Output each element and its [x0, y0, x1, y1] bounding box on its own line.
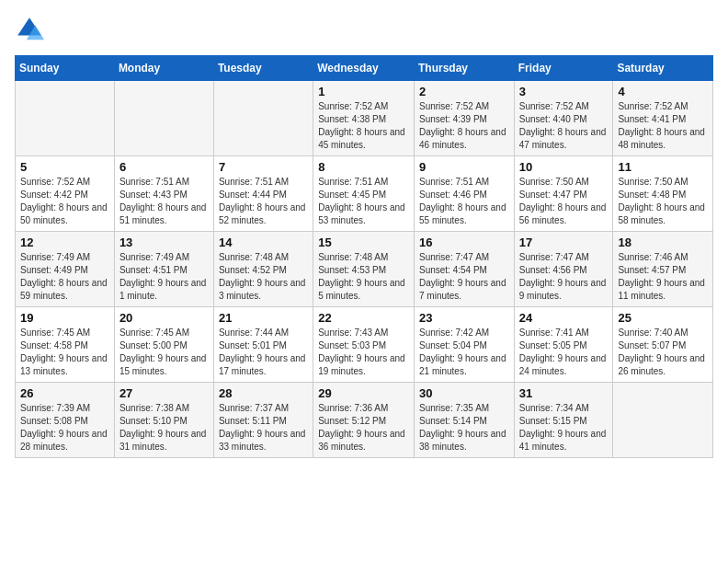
day-number: 24 [519, 311, 609, 325]
day-number: 26 [20, 386, 109, 400]
calendar-header: SundayMondayTuesdayWednesdayThursdayFrid… [16, 56, 713, 81]
day-cell: 20Sunrise: 7:45 AM Sunset: 5:00 PM Dayli… [114, 307, 213, 383]
week-row-4: 19Sunrise: 7:45 AM Sunset: 4:58 PM Dayli… [16, 307, 713, 383]
day-number: 2 [419, 85, 509, 98]
header-cell-monday: Monday [114, 56, 213, 81]
day-number: 21 [219, 311, 308, 325]
header-cell-wednesday: Wednesday [313, 56, 415, 81]
calendar-body: 1Sunrise: 7:52 AM Sunset: 4:38 PM Daylig… [16, 81, 713, 458]
day-info: Sunrise: 7:49 AM Sunset: 4:49 PM Dayligh… [20, 251, 109, 303]
day-cell: 8Sunrise: 7:51 AM Sunset: 4:45 PM Daylig… [313, 156, 415, 232]
day-number: 10 [519, 160, 609, 174]
day-cell: 13Sunrise: 7:49 AM Sunset: 4:51 PM Dayli… [114, 232, 213, 307]
day-info: Sunrise: 7:52 AM Sunset: 4:40 PM Dayligh… [519, 100, 609, 152]
day-info: Sunrise: 7:51 AM Sunset: 4:43 PM Dayligh… [119, 176, 209, 227]
day-cell: 2Sunrise: 7:52 AM Sunset: 4:39 PM Daylig… [414, 81, 514, 156]
day-cell: 12Sunrise: 7:49 AM Sunset: 4:49 PM Dayli… [16, 232, 115, 307]
header-cell-friday: Friday [514, 56, 613, 81]
day-number: 23 [419, 311, 509, 325]
day-number: 17 [519, 236, 609, 249]
day-number: 1 [318, 85, 409, 98]
day-cell: 9Sunrise: 7:51 AM Sunset: 4:46 PM Daylig… [414, 156, 514, 232]
day-info: Sunrise: 7:51 AM Sunset: 4:46 PM Dayligh… [419, 176, 509, 227]
day-number: 30 [419, 386, 509, 400]
header-cell-thursday: Thursday [414, 56, 514, 81]
day-number: 9 [419, 160, 509, 174]
header-cell-saturday: Saturday [613, 56, 713, 81]
day-number: 4 [618, 85, 708, 98]
day-cell: 24Sunrise: 7:41 AM Sunset: 5:05 PM Dayli… [514, 307, 613, 383]
day-info: Sunrise: 7:48 AM Sunset: 4:53 PM Dayligh… [318, 251, 409, 303]
day-number: 22 [318, 311, 409, 325]
day-number: 29 [318, 386, 409, 400]
day-number: 7 [219, 160, 308, 174]
day-number: 14 [219, 236, 308, 249]
day-info: Sunrise: 7:45 AM Sunset: 4:58 PM Dayligh… [20, 327, 109, 378]
header-row: SundayMondayTuesdayWednesdayThursdayFrid… [16, 56, 713, 81]
day-cell: 15Sunrise: 7:48 AM Sunset: 4:53 PM Dayli… [313, 232, 415, 307]
week-row-2: 5Sunrise: 7:52 AM Sunset: 4:42 PM Daylig… [16, 156, 713, 232]
day-info: Sunrise: 7:35 AM Sunset: 5:14 PM Dayligh… [419, 402, 509, 454]
week-row-5: 26Sunrise: 7:39 AM Sunset: 5:08 PM Dayli… [16, 383, 713, 458]
day-number: 5 [20, 160, 109, 174]
day-cell: 10Sunrise: 7:50 AM Sunset: 4:47 PM Dayli… [514, 156, 613, 232]
day-info: Sunrise: 7:40 AM Sunset: 5:07 PM Dayligh… [618, 327, 708, 378]
day-info: Sunrise: 7:50 AM Sunset: 4:47 PM Dayligh… [519, 176, 609, 227]
header-cell-sunday: Sunday [16, 56, 115, 81]
week-row-1: 1Sunrise: 7:52 AM Sunset: 4:38 PM Daylig… [16, 81, 713, 156]
day-cell: 4Sunrise: 7:52 AM Sunset: 4:41 PM Daylig… [613, 81, 713, 156]
day-number: 3 [519, 85, 609, 98]
day-number: 6 [119, 160, 209, 174]
day-cell: 21Sunrise: 7:44 AM Sunset: 5:01 PM Dayli… [213, 307, 313, 383]
day-cell: 5Sunrise: 7:52 AM Sunset: 4:42 PM Daylig… [16, 156, 115, 232]
day-cell: 17Sunrise: 7:47 AM Sunset: 4:56 PM Dayli… [514, 232, 613, 307]
day-info: Sunrise: 7:38 AM Sunset: 5:10 PM Dayligh… [119, 402, 209, 454]
day-info: Sunrise: 7:34 AM Sunset: 5:15 PM Dayligh… [519, 402, 609, 454]
day-info: Sunrise: 7:48 AM Sunset: 4:52 PM Dayligh… [219, 251, 308, 303]
day-cell: 23Sunrise: 7:42 AM Sunset: 5:04 PM Dayli… [414, 307, 514, 383]
day-info: Sunrise: 7:44 AM Sunset: 5:01 PM Dayligh… [219, 327, 308, 378]
day-info: Sunrise: 7:41 AM Sunset: 5:05 PM Dayligh… [519, 327, 609, 378]
calendar-table: SundayMondayTuesdayWednesdayThursdayFrid… [15, 55, 713, 458]
day-info: Sunrise: 7:51 AM Sunset: 4:45 PM Dayligh… [318, 176, 409, 227]
page-container: SundayMondayTuesdayWednesdayThursdayFrid… [0, 0, 728, 465]
day-number: 20 [119, 311, 209, 325]
day-cell: 18Sunrise: 7:46 AM Sunset: 4:57 PM Dayli… [613, 232, 713, 307]
header [15, 15, 713, 44]
day-info: Sunrise: 7:47 AM Sunset: 4:54 PM Dayligh… [419, 251, 509, 303]
day-info: Sunrise: 7:51 AM Sunset: 4:44 PM Dayligh… [219, 176, 308, 227]
day-info: Sunrise: 7:50 AM Sunset: 4:48 PM Dayligh… [618, 176, 708, 227]
day-info: Sunrise: 7:52 AM Sunset: 4:38 PM Dayligh… [318, 100, 409, 152]
day-info: Sunrise: 7:45 AM Sunset: 5:00 PM Dayligh… [119, 327, 209, 378]
day-cell: 1Sunrise: 7:52 AM Sunset: 4:38 PM Daylig… [313, 81, 415, 156]
day-cell: 31Sunrise: 7:34 AM Sunset: 5:15 PM Dayli… [514, 383, 613, 458]
day-cell: 11Sunrise: 7:50 AM Sunset: 4:48 PM Dayli… [613, 156, 713, 232]
day-cell [114, 81, 213, 156]
day-number: 12 [20, 236, 109, 249]
day-info: Sunrise: 7:52 AM Sunset: 4:42 PM Dayligh… [20, 176, 109, 227]
day-info: Sunrise: 7:52 AM Sunset: 4:39 PM Dayligh… [419, 100, 509, 152]
day-info: Sunrise: 7:36 AM Sunset: 5:12 PM Dayligh… [318, 402, 409, 454]
day-cell: 3Sunrise: 7:52 AM Sunset: 4:40 PM Daylig… [514, 81, 613, 156]
day-cell: 30Sunrise: 7:35 AM Sunset: 5:14 PM Dayli… [414, 383, 514, 458]
day-number: 16 [419, 236, 509, 249]
day-info: Sunrise: 7:37 AM Sunset: 5:11 PM Dayligh… [219, 402, 308, 454]
header-cell-tuesday: Tuesday [213, 56, 313, 81]
day-info: Sunrise: 7:49 AM Sunset: 4:51 PM Dayligh… [119, 251, 209, 303]
day-number: 11 [618, 160, 708, 174]
day-cell: 26Sunrise: 7:39 AM Sunset: 5:08 PM Dayli… [16, 383, 115, 458]
day-cell: 7Sunrise: 7:51 AM Sunset: 4:44 PM Daylig… [213, 156, 313, 232]
day-number: 8 [318, 160, 409, 174]
day-number: 13 [119, 236, 209, 249]
week-row-3: 12Sunrise: 7:49 AM Sunset: 4:49 PM Dayli… [16, 232, 713, 307]
day-cell [16, 81, 115, 156]
day-info: Sunrise: 7:52 AM Sunset: 4:41 PM Dayligh… [618, 100, 708, 152]
day-number: 19 [20, 311, 109, 325]
day-info: Sunrise: 7:46 AM Sunset: 4:57 PM Dayligh… [618, 251, 708, 303]
day-cell: 22Sunrise: 7:43 AM Sunset: 5:03 PM Dayli… [313, 307, 415, 383]
logo [15, 15, 48, 44]
day-number: 27 [119, 386, 209, 400]
day-cell: 14Sunrise: 7:48 AM Sunset: 4:52 PM Dayli… [213, 232, 313, 307]
logo-icon [15, 15, 44, 44]
day-cell: 19Sunrise: 7:45 AM Sunset: 4:58 PM Dayli… [16, 307, 115, 383]
